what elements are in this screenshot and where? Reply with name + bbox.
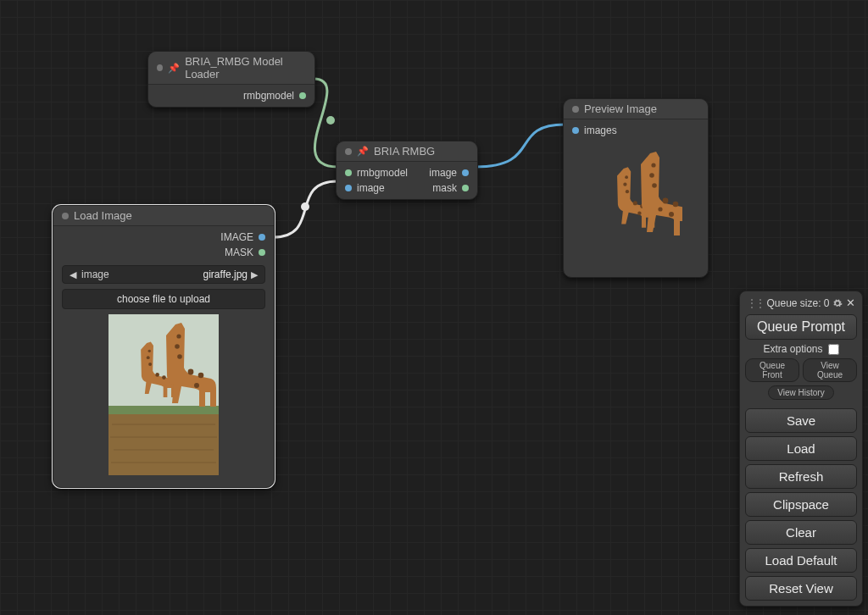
- prev-arrow-icon[interactable]: ◀: [70, 269, 76, 280]
- view-history-button[interactable]: View History: [768, 385, 833, 400]
- port-dot-icon[interactable]: [345, 185, 352, 191]
- port-dot-icon[interactable]: [462, 169, 469, 176]
- port-label: image: [429, 167, 457, 179]
- input-port-images[interactable]: images: [564, 123, 708, 138]
- svg-point-12: [673, 202, 679, 208]
- node-title: BRIA RMBG: [374, 145, 435, 158]
- clipspace-button[interactable]: Clipspace: [745, 492, 857, 517]
- svg-point-24: [148, 363, 152, 366]
- input-port-rmbgmodel[interactable]: rmbgmodel: [345, 167, 408, 179]
- port-dot-icon[interactable]: [572, 127, 579, 134]
- pin-icon: 📌: [357, 146, 369, 157]
- svg-point-27: [176, 334, 181, 338]
- port-dot-icon[interactable]: [259, 249, 265, 256]
- widget-value: giraffe.jpg: [203, 269, 251, 280]
- svg-point-29: [177, 354, 182, 359]
- svg-point-7: [637, 211, 641, 214]
- extra-options-label: Extra options: [763, 343, 822, 355]
- loaded-image-preview: [62, 314, 265, 475]
- output-port-rmbgmodel[interactable]: rmbgmodel: [148, 88, 314, 103]
- port-dot-icon[interactable]: [462, 185, 469, 191]
- svg-point-32: [194, 383, 199, 388]
- collapse-dot-icon[interactable]: [572, 106, 579, 113]
- node-header[interactable]: 📌 BRIA RMBG: [337, 141, 477, 162]
- image-selector[interactable]: ◀ image giraffe.jpg ▶: [62, 265, 265, 284]
- svg-point-31: [198, 373, 204, 379]
- port-label: images: [584, 125, 617, 136]
- load-button[interactable]: Load: [745, 436, 857, 461]
- port-dot-icon[interactable]: [345, 169, 352, 176]
- queue-prompt-button[interactable]: Queue Prompt: [745, 314, 857, 340]
- svg-point-14: [658, 207, 662, 211]
- preview-image-giraffes: [589, 152, 682, 262]
- clear-button[interactable]: Clear: [745, 520, 857, 545]
- reset-view-button[interactable]: Reset View: [745, 576, 857, 601]
- svg-point-25: [155, 373, 159, 377]
- collapse-dot-icon[interactable]: [157, 64, 163, 71]
- control-panel[interactable]: ⋮⋮ Queue size: 0 ✕ Queue Prompt Extra op…: [739, 291, 863, 607]
- svg-point-8: [651, 163, 655, 167]
- svg-point-30: [188, 369, 194, 375]
- node-title: Load Image: [74, 209, 132, 222]
- pin-icon: 📌: [168, 63, 180, 74]
- svg-point-28: [175, 344, 180, 349]
- grip-icon[interactable]: ⋮⋮: [747, 297, 764, 309]
- svg-point-4: [626, 190, 629, 193]
- port-label: mask: [432, 182, 457, 194]
- output-port-mask[interactable]: mask: [432, 182, 469, 194]
- extra-options-checkbox[interactable]: [828, 344, 839, 355]
- svg-point-3: [623, 183, 626, 186]
- collapse-dot-icon[interactable]: [62, 213, 69, 219]
- queue-front-button[interactable]: Queue Front: [745, 358, 799, 382]
- upload-button-label: choose file to upload: [117, 293, 210, 305]
- gear-icon[interactable]: [832, 298, 843, 308]
- preview-image-area: [564, 138, 708, 274]
- port-dot-icon[interactable]: [259, 234, 265, 241]
- port-label: rmbgmodel: [243, 90, 294, 102]
- port-label: IMAGE: [220, 231, 253, 243]
- node-title: BRIA_RMBG Model Loader: [185, 55, 306, 80]
- port-label: MASK: [225, 247, 253, 258]
- next-arrow-icon[interactable]: ▶: [251, 269, 258, 280]
- port-dot-icon[interactable]: [299, 92, 306, 99]
- queue-size-label: Queue size: 0: [766, 297, 829, 309]
- node-bria-rmbg-model-loader[interactable]: 📌 BRIA_RMBG Model Loader rmbgmodel: [147, 51, 315, 108]
- node-header[interactable]: Preview Image: [564, 99, 708, 119]
- node-header[interactable]: 📌 BRIA_RMBG Model Loader: [148, 52, 314, 85]
- node-preview-image[interactable]: Preview Image images: [563, 98, 709, 278]
- output-port-image[interactable]: image: [429, 167, 469, 179]
- upload-button[interactable]: choose file to upload: [62, 289, 265, 309]
- svg-point-5: [633, 201, 637, 205]
- port-label: image: [357, 182, 385, 194]
- node-title: Preview Image: [584, 102, 657, 115]
- svg-point-11: [663, 198, 669, 204]
- svg-point-2: [625, 175, 628, 179]
- svg-rect-17: [108, 406, 219, 414]
- view-queue-button[interactable]: View Queue: [803, 358, 857, 382]
- output-port-mask[interactable]: MASK: [53, 245, 274, 260]
- save-button[interactable]: Save: [745, 408, 857, 433]
- svg-point-9: [649, 173, 654, 178]
- svg-point-23: [147, 356, 150, 359]
- node-load-image[interactable]: Load Image IMAGE MASK ◀ image giraffe.jp…: [53, 205, 275, 488]
- refresh-button[interactable]: Refresh: [745, 464, 857, 489]
- port-label: rmbgmodel: [357, 167, 408, 179]
- output-port-image[interactable]: IMAGE: [53, 230, 274, 245]
- widget-label: image: [76, 269, 203, 280]
- svg-point-26: [162, 375, 166, 380]
- collapse-dot-icon[interactable]: [345, 148, 352, 155]
- svg-point-22: [148, 350, 151, 352]
- svg-point-10: [652, 183, 657, 188]
- svg-rect-16: [108, 407, 219, 475]
- node-bria-rmbg[interactable]: 📌 BRIA RMBG rmbgmodel image image mask: [336, 141, 478, 200]
- svg-point-13: [669, 212, 674, 217]
- close-icon[interactable]: ✕: [846, 296, 855, 309]
- load-default-button[interactable]: Load Default: [745, 548, 857, 573]
- node-header[interactable]: Load Image: [53, 206, 274, 226]
- input-port-image[interactable]: image: [345, 182, 385, 194]
